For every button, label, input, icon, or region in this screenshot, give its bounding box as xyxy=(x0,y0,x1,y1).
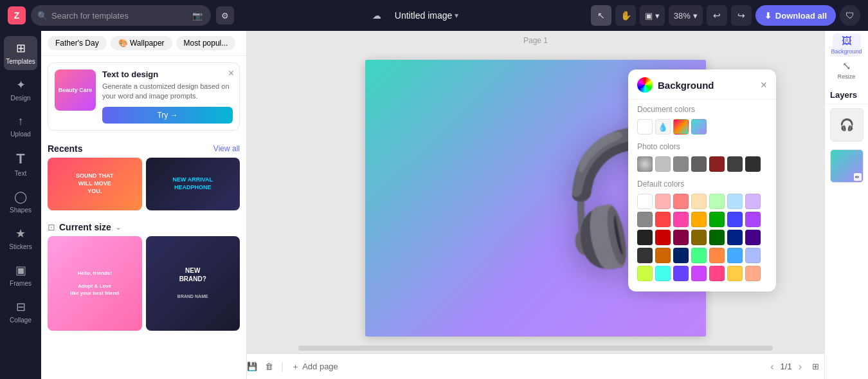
layer-item-background[interactable]: ✏ xyxy=(830,149,863,183)
add-page-btn[interactable]: ＋ Add page xyxy=(291,361,338,373)
def-c-9[interactable] xyxy=(673,212,689,227)
photo-color-3[interactable] xyxy=(691,156,707,172)
def-c-24[interactable] xyxy=(691,248,707,263)
def-c-30[interactable] xyxy=(673,266,689,281)
canvas-wrapper: Page 1 🎧 💾 🗑 | ＋ Add page ‹ xyxy=(247,31,824,379)
def-c-27[interactable] xyxy=(745,248,761,263)
photo-color-5[interactable] xyxy=(727,156,743,172)
next-page-btn[interactable]: › xyxy=(796,361,804,373)
def-c-20[interactable] xyxy=(745,230,761,245)
size-thumb-2[interactable]: NEWBRAND?BRAND NAME xyxy=(146,236,240,331)
def-c-18[interactable] xyxy=(709,230,725,245)
def-c-4[interactable] xyxy=(709,194,725,209)
def-c-12[interactable] xyxy=(727,212,743,227)
def-c-14[interactable] xyxy=(637,230,653,245)
bg-close-btn[interactable]: × xyxy=(760,79,767,91)
prev-page-btn[interactable]: ‹ xyxy=(768,361,776,373)
page-label: Page 1 xyxy=(247,31,824,50)
def-c-17[interactable] xyxy=(691,230,707,245)
doc-color-teal[interactable] xyxy=(691,119,707,134)
size-thumb-1[interactable]: Hello, friends!Adopt & Lovelike your bes… xyxy=(48,236,142,331)
sidebar-item-collage[interactable]: ⊟ Collage xyxy=(4,295,37,329)
templates-panel: Father's Day 🎨 Wallpaper Most popul... B… xyxy=(41,31,247,379)
default-color-grid-3 xyxy=(637,230,767,245)
undo-btn[interactable]: ↩ xyxy=(707,5,727,26)
def-c-21[interactable] xyxy=(637,248,653,263)
def-c-8[interactable] xyxy=(655,212,671,227)
photo-color-1[interactable] xyxy=(655,156,671,172)
def-c-6[interactable] xyxy=(745,194,761,209)
doc-colors-section: Document colors 💧 xyxy=(628,100,776,137)
image-search-btn[interactable]: 📷 xyxy=(190,6,204,24)
sidebar-item-frames[interactable]: ▣ Frames xyxy=(4,258,37,292)
tag-fathers-day[interactable]: Father's Day xyxy=(48,36,107,50)
def-c-31[interactable] xyxy=(691,266,707,281)
def-c-25[interactable] xyxy=(709,248,725,263)
doc-title[interactable]: Untitled image ▾ xyxy=(395,10,459,21)
def-c-28[interactable] xyxy=(637,266,653,281)
tag-wallpaper[interactable]: 🎨 Wallpaper xyxy=(111,36,172,50)
template-thumb-1[interactable]: SOUND THATWILL MOVEYOU. xyxy=(48,158,142,210)
sidebar-item-shapes[interactable]: ◯ Shapes xyxy=(4,185,37,219)
def-c-29[interactable] xyxy=(655,266,671,281)
def-c-34[interactable] xyxy=(745,266,761,281)
sidebar-item-templates[interactable]: ⊞ Templates xyxy=(4,36,37,70)
resize-icon: ⤡ xyxy=(842,60,851,72)
def-c-2[interactable] xyxy=(673,194,689,209)
tag-popular[interactable]: Most popul... xyxy=(176,36,236,50)
download-btn[interactable]: ⬇ Download all xyxy=(755,5,836,26)
doc-color-grid: 💧 xyxy=(637,119,767,134)
fit-btn[interactable]: ⊞ xyxy=(812,362,819,371)
sidebar-item-design[interactable]: ✦ Design xyxy=(4,73,37,107)
hand-tool[interactable]: ✋ xyxy=(615,5,636,26)
canvas-save-btn[interactable]: 💾 xyxy=(247,362,257,371)
search-input[interactable] xyxy=(51,11,186,21)
def-c-0[interactable] xyxy=(637,194,653,209)
resize-btn[interactable]: ⤡ Resize xyxy=(833,58,861,81)
def-c-32[interactable] xyxy=(709,266,725,281)
sidebar-item-upload[interactable]: ↑ Upload xyxy=(4,109,37,143)
redo-btn[interactable]: ↪ xyxy=(731,5,752,26)
cloud-save-btn[interactable]: ☁ xyxy=(366,5,387,26)
pointer-tool[interactable]: ↖ xyxy=(591,5,611,26)
def-c-15[interactable] xyxy=(655,230,671,245)
def-c-1[interactable] xyxy=(655,194,671,209)
def-c-5[interactable] xyxy=(727,194,743,209)
search-bar[interactable]: 🔍 📷 xyxy=(31,5,211,26)
doc-color-rainbow[interactable] xyxy=(673,119,689,134)
def-c-26[interactable] xyxy=(727,248,743,263)
def-c-33[interactable] xyxy=(727,266,743,281)
def-c-10[interactable] xyxy=(691,212,707,227)
eyedropper-btn[interactable]: 💧 xyxy=(655,119,671,134)
zoom-btn[interactable]: 38% ▾ xyxy=(669,5,703,26)
logo[interactable]: Z xyxy=(8,6,26,24)
shield-btn[interactable]: 🛡 xyxy=(840,5,860,26)
promo-close-btn[interactable]: × xyxy=(228,68,234,79)
def-c-23[interactable] xyxy=(673,248,689,263)
photo-color-gradient[interactable] xyxy=(637,156,653,172)
sidebar-item-stickers[interactable]: ★ Stickers xyxy=(4,221,37,255)
def-c-3[interactable] xyxy=(691,194,707,209)
template-thumb-2[interactable]: NEW ARRIVALHEADPHONE xyxy=(146,158,240,210)
photo-color-6[interactable] xyxy=(745,156,761,172)
doc-color-white[interactable] xyxy=(637,119,653,134)
background-panel-btn[interactable]: 🖼 Background xyxy=(833,33,861,57)
def-c-7[interactable] xyxy=(637,212,653,227)
photo-color-2[interactable] xyxy=(673,156,689,172)
canvas-delete-btn[interactable]: 🗑 xyxy=(265,362,273,371)
photo-color-4[interactable] xyxy=(709,156,725,172)
layer-item-headphone[interactable]: 🎧 xyxy=(830,108,863,142)
view-all-link[interactable]: View all xyxy=(213,144,240,153)
def-c-16[interactable] xyxy=(673,230,689,245)
sidebar-item-text[interactable]: T Text xyxy=(4,145,37,182)
def-c-11[interactable] xyxy=(709,212,725,227)
layer-thumb-bg: ✏ xyxy=(831,150,863,182)
filter-btn[interactable]: ⚙ xyxy=(216,6,234,24)
def-c-22[interactable] xyxy=(655,248,671,263)
canvas-scrollbar[interactable] xyxy=(298,346,773,351)
def-c-19[interactable] xyxy=(727,230,743,245)
def-c-13[interactable] xyxy=(745,212,761,227)
view-btn[interactable]: ▣ ▾ xyxy=(640,5,665,26)
size-chevron-icon: ⌄ xyxy=(115,223,122,232)
promo-try-btn[interactable]: Try → xyxy=(102,107,233,124)
